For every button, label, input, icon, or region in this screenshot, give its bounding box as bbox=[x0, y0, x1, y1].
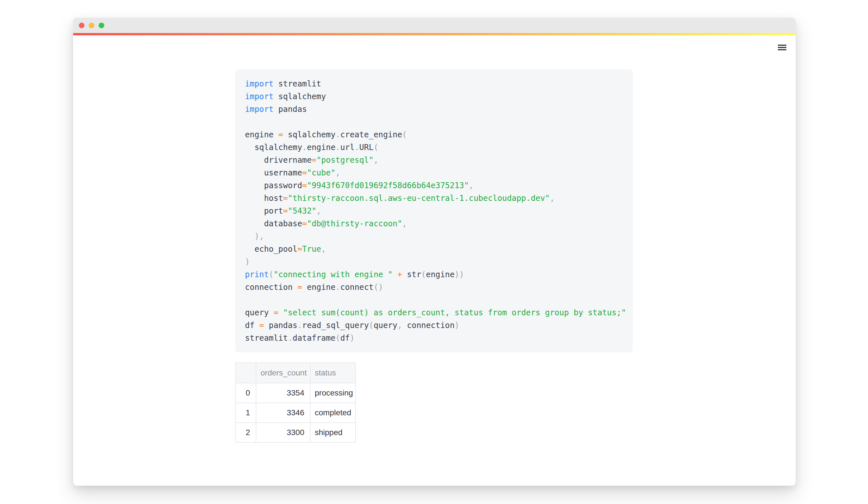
row-index: 1 bbox=[236, 403, 256, 423]
table-row: 13346completed bbox=[236, 403, 355, 423]
hamburger-icon bbox=[778, 47, 786, 48]
code-line: print("connecting with engine " + str(en… bbox=[245, 268, 623, 281]
streamlit-decoration-bar bbox=[73, 33, 796, 35]
status-cell: processing bbox=[310, 383, 355, 403]
row-index: 2 bbox=[236, 423, 256, 442]
window-titlebar bbox=[73, 18, 796, 33]
close-window-button[interactable] bbox=[79, 23, 84, 28]
browser-window: import streamlitimport sqlalchemyimport … bbox=[73, 18, 796, 486]
code-line: engine = sqlalchemy.create_engine( bbox=[245, 128, 623, 141]
code-line: streamlit.dataframe(df) bbox=[245, 332, 623, 344]
column-header-status[interactable]: status bbox=[310, 363, 355, 383]
orders-count-cell: 3354 bbox=[256, 383, 310, 403]
row-index: 0 bbox=[236, 383, 256, 403]
code-line: password="9943f670fd019692f58d66b64e3752… bbox=[245, 179, 623, 192]
orders-count-cell: 3300 bbox=[256, 423, 310, 442]
code-block: import streamlitimport sqlalchemyimport … bbox=[235, 70, 633, 352]
table-row: 03354processing bbox=[236, 383, 355, 403]
orders-count-cell: 3346 bbox=[256, 403, 310, 423]
maximize-window-button[interactable] bbox=[99, 23, 104, 28]
code-line: database="db@thirsty-raccoon", bbox=[245, 217, 623, 230]
code-line: port="5432", bbox=[245, 205, 623, 217]
hamburger-icon bbox=[778, 49, 786, 50]
dataframe-body: 03354processing13346completed23300shippe… bbox=[236, 383, 355, 442]
dataframe[interactable]: orders_countstatus 03354processing13346c… bbox=[235, 362, 356, 443]
code-line: drivername="postgresql", bbox=[245, 154, 623, 166]
code-line: import streamlit bbox=[245, 78, 623, 90]
code-line: import pandas bbox=[245, 103, 623, 115]
minimize-window-button[interactable] bbox=[89, 23, 94, 28]
code-line: ), bbox=[245, 230, 623, 243]
code-line bbox=[245, 115, 623, 128]
code-line: echo_pool=True, bbox=[245, 243, 623, 255]
code-line: host="thirsty-raccoon.sql.aws-eu-central… bbox=[245, 192, 623, 205]
code-line: connection = engine.connect() bbox=[245, 281, 623, 294]
code-line: df = pandas.read_sql_query(query, connec… bbox=[245, 319, 623, 332]
code-line: sqlalchemy.engine.url.URL( bbox=[245, 141, 623, 154]
code-line: query = "select sum(count) as orders_cou… bbox=[245, 306, 623, 319]
table-header-row: orders_countstatus bbox=[236, 363, 355, 383]
code-line: username="cube", bbox=[245, 166, 623, 179]
index-column-header[interactable] bbox=[236, 363, 256, 383]
code-line: ) bbox=[245, 255, 623, 268]
hamburger-menu-button[interactable] bbox=[778, 45, 786, 50]
column-header-orders_count[interactable]: orders_count bbox=[256, 363, 310, 383]
status-cell: shipped bbox=[310, 423, 355, 442]
table-row: 23300shipped bbox=[236, 423, 355, 442]
dataframe-table: orders_countstatus 03354processing13346c… bbox=[235, 362, 356, 443]
status-cell: completed bbox=[310, 403, 355, 423]
code-line: import sqlalchemy bbox=[245, 90, 623, 103]
code-line bbox=[245, 294, 623, 306]
hamburger-icon bbox=[778, 45, 786, 46]
